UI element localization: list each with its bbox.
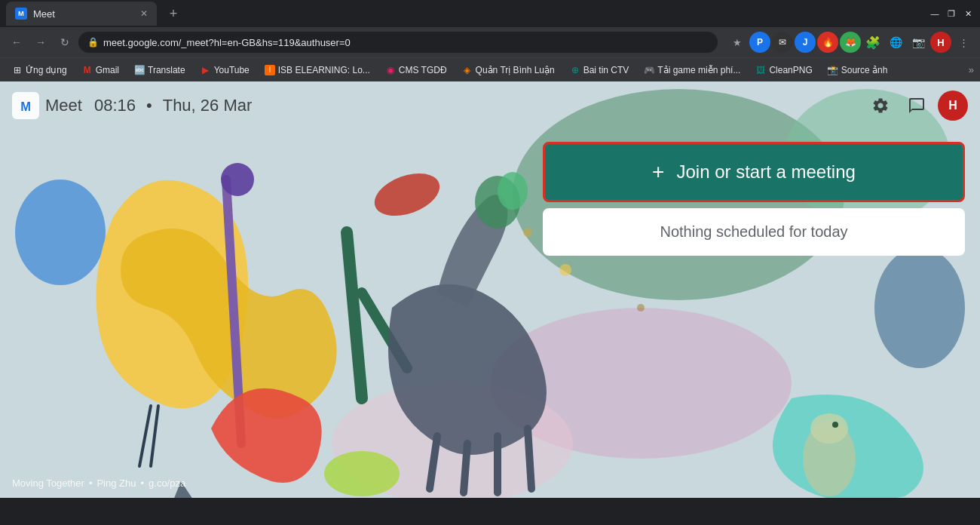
user-avatar[interactable]: H [938, 91, 968, 121]
apps-favicon: ⊞ [12, 65, 23, 75]
gmail-favicon: M [82, 65, 93, 75]
bookmark-apps[interactable]: ⊞ Ứng dụng [6, 63, 73, 77]
toolbar-icon-8[interactable]: 📷 [908, 32, 929, 53]
svg-point-10 [498, 172, 528, 210]
bookmark-label: Ứng dụng [26, 65, 67, 75]
user-initial: H [948, 99, 957, 112]
bookmark-label: CMS TGDĐ [399, 65, 447, 75]
watermark-sep1: • [89, 477, 93, 489]
svg-point-17 [559, 264, 571, 276]
lock-icon: 🔒 [87, 37, 99, 48]
meet-logo-area: M Meet 08:16 • Thu, 26 Mar [12, 92, 252, 119]
bookmark-gmail[interactable]: M Gmail [76, 63, 125, 77]
bookmark-translate[interactable]: 🔤 Translate [128, 63, 191, 77]
feedback-button[interactable] [902, 91, 932, 121]
svg-point-18 [523, 228, 532, 237]
user-profile-icon[interactable]: H [930, 32, 951, 53]
bookmark-cms[interactable]: ◉ CMS TGDĐ [379, 63, 453, 77]
svg-point-15 [810, 413, 848, 444]
title-bar: M Meet ✕ + — ❐ ✕ [0, 0, 980, 27]
svg-text:M: M [18, 10, 24, 17]
source-favicon: 📸 [828, 65, 838, 75]
svg-text:M: M [20, 100, 31, 113]
bookmark-label: CleanPNG [769, 65, 812, 75]
plus-icon: + [652, 160, 664, 184]
window-controls: — ❐ ✕ [929, 8, 974, 20]
join-meeting-button[interactable]: + Join or start a meeting [543, 142, 965, 202]
bookmark-star-icon[interactable]: ★ [727, 32, 748, 53]
toolbar-profile-p[interactable]: P [749, 32, 770, 53]
youtube-favicon: ▶ [201, 65, 211, 75]
bookmark-label: Bai tin CTV [583, 65, 629, 75]
bookmarks-more[interactable]: » [969, 64, 974, 75]
meet-header: M Meet 08:16 • Thu, 26 Mar H [0, 81, 980, 130]
bookmark-quan-tri[interactable]: ◈ Quản Trị Bình Luận [456, 63, 561, 77]
nothing-scheduled-text: Nothing scheduled for today [660, 223, 847, 240]
more-options-icon[interactable]: ⋮ [953, 32, 974, 53]
new-tab-button[interactable]: + [163, 3, 184, 24]
bookmarks-bar: ⊞ Ứng dụng M Gmail 🔤 Translate ▶ YouTube… [0, 57, 980, 81]
reload-button[interactable]: ↻ [54, 32, 75, 53]
toolbar-icons: ★ P ✉ J 🔥 🦊 🧩 🌐 📷 H ⋮ [727, 32, 974, 53]
svg-point-13 [324, 451, 400, 496]
toolbar-icon-6[interactable]: 🧩 [862, 32, 884, 53]
artist-name: Ping Zhu [96, 477, 136, 489]
toolbar-icon-2[interactable]: ✉ [772, 32, 793, 53]
maximize-button[interactable]: ❐ [945, 8, 957, 20]
feedback-icon [908, 97, 926, 115]
toolbar-icon-7[interactable]: 🌐 [885, 32, 906, 53]
svg-point-5 [874, 247, 965, 368]
app-content: M Meet 08:16 • Thu, 26 Mar H [0, 81, 980, 498]
close-button[interactable]: ✕ [962, 8, 974, 20]
game-favicon: 🎮 [644, 65, 654, 75]
quantri-favicon: ◈ [462, 65, 473, 75]
bookmark-source[interactable]: 📸 Source ảnh [822, 63, 894, 77]
active-tab[interactable]: M Meet ✕ [6, 2, 157, 26]
artwork-title: Moving Together [12, 477, 84, 489]
toolbar-icon-3[interactable]: J [795, 32, 816, 53]
svg-point-8 [15, 180, 106, 285]
cms-favicon: ◉ [385, 65, 396, 75]
bookmark-bai-tin[interactable]: ⊕ Bai tin CTV [564, 63, 635, 77]
url-bar[interactable]: 🔒 meet.google.com/_meet?hl=en-GB&hs=119&… [78, 32, 718, 53]
svg-point-19 [637, 304, 645, 312]
toolbar-icon-4[interactable]: 🔥 [817, 32, 838, 53]
watermark-link[interactable]: g.co/pza [149, 477, 185, 489]
meet-logo-icon: M [12, 92, 39, 119]
bookmark-isb[interactable]: I ISB ELEARNING: Lo... [259, 63, 376, 77]
bookmark-label: Gmail [96, 65, 119, 75]
bookmark-cleanpng[interactable]: 🖼 CleanPNG [749, 63, 818, 77]
forward-button[interactable]: → [30, 32, 51, 53]
bookmark-game[interactable]: 🎮 Tải game miễn phí... [638, 63, 746, 77]
address-bar: ← → ↻ 🔒 meet.google.com/_meet?hl=en-GB&h… [0, 27, 980, 57]
bookmark-label: ISB ELEARNING: Lo... [278, 65, 370, 75]
settings-button[interactable] [865, 91, 896, 121]
baitin-favicon: ⊕ [570, 65, 580, 75]
bookmark-youtube[interactable]: ▶ YouTube [194, 63, 256, 77]
back-button[interactable]: ← [6, 32, 27, 53]
minimize-button[interactable]: — [929, 8, 941, 20]
bookmark-label: Source ảnh [841, 65, 888, 75]
bookmark-label: Tải game miễn phí... [657, 65, 740, 75]
watermark-sep2: • [140, 477, 144, 489]
bookmark-label: YouTube [214, 65, 250, 75]
meet-date: Thu, 26 Mar [163, 96, 253, 115]
translate-favicon: 🔤 [134, 65, 145, 75]
svg-point-11 [221, 163, 254, 196]
svg-point-16 [832, 422, 838, 428]
schedule-panel: Nothing scheduled for today [543, 208, 965, 256]
join-meeting-label: Join or start a meeting [676, 161, 855, 183]
right-panel: + Join or start a meeting Nothing schedu… [543, 142, 965, 256]
toolbar-icon-5[interactable]: 🦊 [840, 32, 861, 53]
meet-app-name: Meet [45, 96, 82, 115]
meet-header-right: H [865, 91, 968, 121]
url-text: meet.google.com/_meet?hl=en-GB&hs=119&au… [103, 37, 351, 48]
settings-icon [871, 97, 890, 115]
tab-close-button[interactable]: ✕ [140, 8, 148, 19]
meet-time-separator: • [146, 96, 152, 115]
bookmark-label: Quản Trị Bình Luận [476, 65, 555, 75]
isb-favicon: I [265, 65, 275, 75]
tab-favicon: M [15, 8, 27, 20]
meet-time: 08:16 [94, 96, 136, 115]
cleanpng-favicon: 🖼 [755, 65, 766, 75]
